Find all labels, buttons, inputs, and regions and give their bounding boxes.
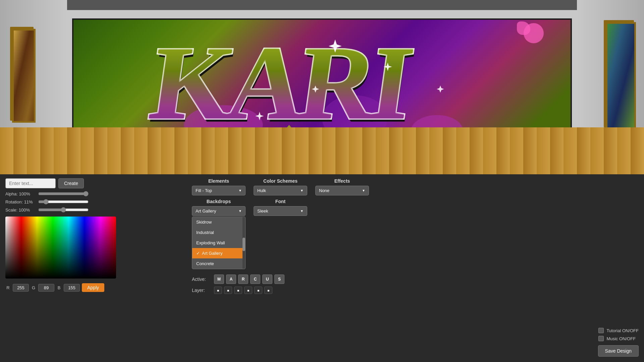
active-btn-s[interactable]: S: [274, 275, 284, 284]
b-value-input[interactable]: [64, 284, 80, 292]
text-input[interactable]: [5, 178, 56, 188]
font-selected: Sleek: [257, 208, 268, 214]
side-painting-right: [604, 20, 634, 127]
layer-dot-3[interactable]: ■: [234, 287, 242, 294]
music-checkbox[interactable]: [598, 336, 604, 341]
backdrops-arrow-icon: ▼: [238, 209, 242, 213]
font-arrow-icon: ▼: [300, 209, 304, 213]
elements-label: Elements: [192, 178, 246, 184]
backdrops-label: Backdrops: [192, 199, 246, 204]
elements-selected: Fill - Top: [196, 188, 212, 193]
scrollbar-thumb[interactable]: [243, 238, 245, 251]
backdrops-dropdown-container: Art Gallery ▼ Skidrow Industrial Explodi…: [192, 206, 246, 269]
elements-dropdown[interactable]: Fill - Top ▼: [192, 186, 246, 195]
layer-dot-5[interactable]: ■: [254, 287, 262, 294]
elements-group: Elements Fill - Top ▼: [192, 178, 246, 195]
color-gradient[interactable]: [5, 217, 116, 279]
active-layer-section: Active: M A R C U S Layer: ■ ■ ■ ■ ■ ■: [192, 275, 593, 294]
bottom-controls-row: Backdrops Art Gallery ▼ Skidrow Industri…: [192, 199, 593, 269]
effects-label: Effects: [315, 178, 369, 184]
rgb-row: R G B Apply: [5, 283, 186, 292]
active-btn-c[interactable]: C: [250, 275, 260, 284]
checkmark-icon: ✓: [196, 251, 200, 256]
scale-row: Scale: 100%: [5, 207, 186, 213]
far-right-controls: Tutorial ON/OFF Music ON/OFF Save Design: [598, 328, 639, 358]
backdrops-list: Skidrow Industrial Exploding Wall ✓ Art …: [192, 217, 246, 269]
control-panel: Create Alpha: 100% Rotation: 11% Scale: …: [0, 174, 644, 362]
rotation-label: Rotation: 11%: [5, 199, 36, 204]
backdrop-exploding-wall-label: Exploding Wall: [196, 240, 225, 245]
color-schemes-group: Color Schemes Hulk ▼: [254, 178, 307, 195]
alpha-label: Alpha: 100%: [5, 191, 36, 196]
active-label: Active:: [192, 277, 212, 282]
g-value-input[interactable]: [38, 284, 54, 292]
backdrop-concrete-label: Concrete: [196, 261, 214, 266]
left-controls: Create Alpha: 100% Rotation: 11% Scale: …: [5, 178, 186, 292]
active-btn-a[interactable]: A: [226, 275, 236, 284]
backdrop-skidrow-label: Skidrow: [196, 220, 212, 225]
toggle-section: Tutorial ON/OFF Music ON/OFF: [598, 328, 639, 341]
color-picker-area: [5, 217, 186, 279]
top-row: Create: [5, 178, 186, 188]
create-button[interactable]: Create: [58, 178, 84, 188]
gallery-ceiling: [0, 0, 644, 10]
backdrop-item-art-gallery[interactable]: ✓ Art Gallery: [192, 248, 245, 258]
scale-label: Scale: 100%: [5, 207, 36, 213]
music-row: Music ON/OFF: [598, 336, 636, 341]
music-label: Music ON/OFF: [606, 336, 636, 341]
layer-dot-4[interactable]: ■: [244, 287, 252, 294]
tutorial-checkbox[interactable]: [598, 328, 604, 333]
backdrop-item-skidrow[interactable]: Skidrow: [192, 217, 245, 227]
layer-dot-2[interactable]: ■: [224, 287, 232, 294]
svg-rect-3: [607, 24, 634, 128]
font-group: Font Sleek ▼: [254, 199, 307, 216]
effects-selected: None: [319, 188, 329, 193]
scale-slider[interactable]: [38, 207, 89, 213]
color-schemes-label: Color Schemes: [254, 178, 307, 184]
save-design-button[interactable]: Save Design: [598, 345, 639, 357]
active-btn-m[interactable]: M: [214, 275, 224, 284]
color-schemes-arrow-icon: ▼: [300, 189, 304, 192]
font-dropdown[interactable]: Sleek ▼: [254, 206, 307, 216]
svg-marker-15: [437, 85, 444, 93]
backdrop-item-industrial[interactable]: Industrial: [192, 227, 245, 238]
svg-rect-1: [14, 31, 34, 121]
backdrops-dropdown[interactable]: Art Gallery ▼: [192, 206, 246, 216]
active-btn-u[interactable]: U: [262, 275, 272, 284]
g-label: G: [31, 285, 36, 290]
color-schemes-selected: Hulk: [257, 188, 266, 193]
layer-label: Layer:: [192, 288, 212, 293]
side-painting-left: [10, 27, 34, 121]
effects-dropdown[interactable]: None ▼: [315, 186, 369, 195]
rotation-row: Rotation: 11%: [5, 199, 186, 204]
alpha-row: Alpha: 100%: [5, 191, 186, 196]
apply-button[interactable]: Apply: [82, 283, 104, 292]
alpha-slider[interactable]: [38, 191, 89, 196]
rotation-slider[interactable]: [38, 199, 89, 204]
layer-dot-6[interactable]: ■: [264, 287, 272, 294]
top-controls-row: Elements Fill - Top ▼ Color Schemes Hulk…: [192, 178, 593, 195]
tutorial-label: Tutorial ON/OFF: [606, 328, 639, 333]
elements-arrow-icon: ▼: [238, 189, 242, 192]
gallery-floor: [0, 127, 644, 174]
middle-controls: Elements Fill - Top ▼ Color Schemes Hulk…: [192, 178, 593, 294]
backdrop-item-exploding-wall[interactable]: Exploding Wall: [192, 238, 245, 248]
gallery-scene: KARI KARI KARI: [0, 0, 644, 174]
scrollbar-track: [243, 217, 245, 269]
svg-text:KARI: KARI: [144, 24, 417, 141]
color-schemes-dropdown[interactable]: Hulk ▼: [254, 186, 307, 195]
backdrop-item-concrete[interactable]: Concrete: [192, 258, 245, 269]
b-label: B: [56, 285, 62, 290]
backdrops-group: Backdrops Art Gallery ▼ Skidrow Industri…: [192, 199, 246, 269]
r-value-input[interactable]: [13, 284, 29, 292]
layer-row: Layer: ■ ■ ■ ■ ■ ■: [192, 287, 593, 294]
layer-dot-1[interactable]: ■: [214, 287, 222, 294]
active-btn-r[interactable]: R: [238, 275, 248, 284]
active-row: Active: M A R C U S: [192, 275, 593, 284]
backdrop-art-gallery-label: Art Gallery: [202, 251, 222, 256]
effects-group: Effects None ▼: [315, 178, 369, 195]
backdrops-selected: Art Gallery: [196, 208, 216, 214]
tutorial-row: Tutorial ON/OFF: [598, 328, 639, 333]
backdrop-industrial-label: Industrial: [196, 230, 214, 235]
font-label: Font: [254, 199, 307, 204]
